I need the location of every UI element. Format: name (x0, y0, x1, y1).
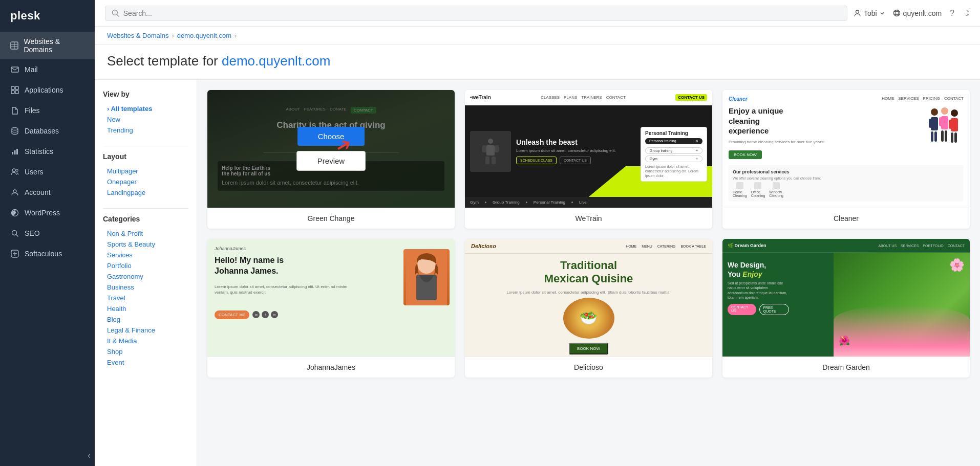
breadcrumb-sep2: › (235, 32, 237, 39)
filter-legal-finance[interactable]: Legal & Finance (103, 325, 188, 336)
wetrain-visual: •weTrain CLASSESPLANSTRAINERSCONTACT CON… (465, 90, 712, 208)
svg-rect-21 (488, 139, 493, 144)
users-icon (10, 167, 19, 176)
body-container: View by › All templates New Trending Lay… (95, 80, 980, 466)
template-label-green-change: Green Change (207, 208, 455, 229)
filter-services[interactable]: Services (103, 250, 188, 260)
search-input[interactable] (123, 9, 841, 17)
svg-point-7 (12, 128, 18, 130)
sidebar-item-label: SEO (25, 229, 40, 237)
svg-rect-23 (482, 145, 486, 152)
filter-new[interactable]: New (103, 114, 188, 125)
sidebar-item-mail[interactable]: Mail (0, 59, 95, 80)
template-label-cleaner: Cleaner (722, 208, 970, 229)
sidebar-item-label: WordPress (25, 209, 60, 217)
sidebar-item-websites[interactable]: Websites & Domains (0, 32, 95, 59)
template-card-johanna[interactable]: JohannaJames Hello! My name isJohanna Ja… (207, 239, 455, 378)
svg-rect-36 (945, 117, 948, 126)
help-icon[interactable]: ? (950, 9, 954, 18)
svg-rect-5 (11, 91, 14, 94)
apps-icon (10, 85, 19, 95)
filter-business[interactable]: Business (103, 282, 188, 293)
sidebar-item-wordpress[interactable]: WordPress (0, 203, 95, 223)
template-grid: ABOUTFEATURESDONATECONTACT Charity is th… (207, 90, 970, 378)
filter-sports-beauty[interactable]: Sports & Beauty (103, 239, 188, 250)
topbar-domain[interactable]: quyenlt.com (893, 9, 942, 17)
breadcrumb: Websites & Domains › demo.quyenlt.com › (95, 27, 980, 45)
sidebar-item-users[interactable]: Users (0, 162, 95, 182)
svg-point-27 (931, 108, 938, 116)
domain-name: quyenlt.com (903, 9, 942, 17)
sidebar-item-label: Statistics (25, 147, 53, 156)
filter-shop[interactable]: Shop (103, 346, 188, 357)
collapse-sidebar-button[interactable]: ‹ (0, 445, 95, 466)
app-logo: plesk (0, 0, 95, 32)
files-icon (10, 106, 19, 115)
template-label-delicioso: Delicioso (465, 357, 712, 378)
svg-rect-31 (931, 131, 933, 142)
sidebar-item-applications[interactable]: Applications (0, 80, 95, 100)
breadcrumb-websites[interactable]: Websites & Domains (107, 32, 168, 39)
filter-trending[interactable]: Trending (103, 125, 188, 136)
svg-rect-35 (939, 117, 942, 126)
soft-icon (10, 249, 19, 258)
svg-rect-2 (11, 67, 18, 72)
template-card-delicioso[interactable]: Delicioso HOMEMENUCATERINGBOOK A TABLE T… (465, 239, 712, 378)
svg-rect-9 (14, 150, 16, 154)
svg-rect-26 (492, 157, 496, 164)
template-card-cleaner[interactable]: Cleaner HOMESERVICESPRICINGCONTACT Enjoy… (722, 90, 970, 229)
filter-blog[interactable]: Blog (103, 314, 188, 325)
svg-point-18 (856, 10, 859, 13)
svg-rect-4 (15, 86, 18, 90)
sidebar-item-account[interactable]: Account (0, 182, 95, 203)
template-card-green-change[interactable]: ABOUTFEATURESDONATECONTACT Charity is th… (207, 90, 455, 229)
svg-point-13 (13, 190, 16, 193)
wp-icon (10, 208, 19, 217)
wetrain-sidebar-detail: Personal Training Personal training ✕ Gr… (641, 127, 707, 182)
sidebar-item-statistics[interactable]: Statistics (0, 141, 95, 162)
filter-travel[interactable]: Travel (103, 293, 188, 303)
delicioso-book-btn[interactable]: BOOK NOW (569, 343, 608, 354)
sidebar-item-label: Applications (25, 86, 63, 94)
view-by-section: View by › All templates New Trending (103, 90, 188, 136)
sidebar-item-databases[interactable]: Databases (0, 121, 95, 141)
sidebar-item-label: Files (25, 106, 40, 115)
breadcrumb-sep1: › (172, 32, 174, 39)
page-title: Select template for demo.quyenlt.com (107, 53, 968, 69)
filter-onepager[interactable]: Onepager (103, 176, 188, 187)
johanna-photo (403, 249, 450, 305)
sidebar-item-softaculous[interactable]: Softaculous (0, 243, 95, 264)
filter-portfolio[interactable]: Portfolio (103, 260, 188, 271)
svg-rect-22 (486, 145, 495, 156)
template-card-wetrain[interactable]: •weTrain CLASSESPLANSTRAINERSCONTACT CON… (465, 90, 712, 229)
template-card-garden[interactable]: 🌿 Dream Garden ABOUT USSERVICESPORTFOLIO… (722, 239, 970, 378)
filter-gastronomy[interactable]: Gastronomy (103, 271, 188, 282)
filter-multipager[interactable]: Multipager (103, 166, 188, 176)
choose-button-green-change[interactable]: Choose (297, 127, 365, 146)
sidebar-item-seo[interactable]: SEO (0, 223, 95, 243)
topbar-user[interactable]: Tobi (854, 9, 885, 17)
search-container[interactable] (105, 6, 847, 21)
svg-rect-30 (935, 119, 938, 128)
filter-all-templates[interactable]: › All templates (103, 103, 188, 114)
topbar-right: Tobi quyenlt.com ? ☽ (854, 8, 970, 18)
user-icon (854, 9, 861, 17)
layout-title: Layout (103, 152, 188, 161)
domain-icon (893, 9, 901, 17)
layout-section: Layout Multipager Onepager Landingpage (103, 152, 188, 198)
johanna-visual: JohannaJames Hello! My name isJohanna Ja… (207, 239, 455, 357)
theme-toggle-icon[interactable]: ☽ (963, 8, 970, 18)
sidebar-item-files[interactable]: Files (0, 100, 95, 121)
svg-rect-43 (955, 119, 958, 122)
filter-health[interactable]: Health (103, 303, 188, 314)
filter-it-media[interactable]: It & Media (103, 336, 188, 346)
filter-landingpage[interactable]: Landingpage (103, 187, 188, 198)
svg-rect-29 (929, 119, 932, 128)
filter-non-profit[interactable]: Non & Profit (103, 228, 188, 239)
breadcrumb-domain[interactable]: demo.quyenlt.com (177, 32, 231, 39)
svg-rect-25 (485, 157, 489, 164)
preview-button-green-change[interactable]: Preview (296, 151, 366, 171)
svg-point-15 (12, 231, 17, 235)
filter-event[interactable]: Event (103, 357, 188, 368)
account-icon (10, 188, 19, 197)
